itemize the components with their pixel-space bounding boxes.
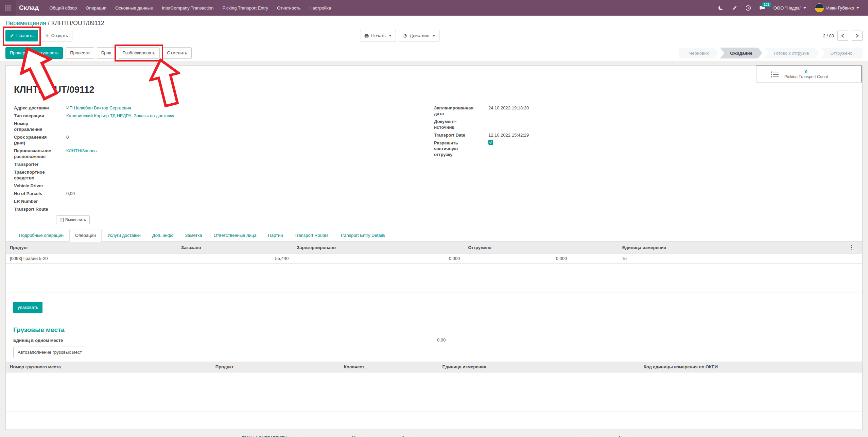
field-value-link[interactable]: ИП Нелюбин Виктор Сергеевич	[66, 105, 434, 111]
allow-partial-checkbox[interactable]	[488, 140, 493, 145]
compute-route-button[interactable]: Вычислить	[56, 215, 90, 224]
schedule-activity-button[interactable]: Планирование	[351, 436, 388, 437]
picking-transport-count-stat-button[interactable]: 0 Picking Transport Count	[756, 66, 862, 83]
edit-button[interactable]: Править	[5, 30, 38, 41]
chevron-down-icon	[856, 7, 859, 9]
field-label: Тип операции	[14, 113, 66, 119]
action-menu-button[interactable]: Действие	[399, 30, 439, 41]
plus-icon	[45, 34, 49, 38]
print-menu-button[interactable]: Печать	[360, 30, 396, 41]
clock-icon	[351, 436, 356, 437]
status-step-waiting[interactable]: Ожидание	[720, 48, 763, 58]
field-value-link[interactable]: Калининский Карьер ТД НЕДРА: Заказы на д…	[66, 113, 434, 119]
send-message-button[interactable]: EMAIL КОНТРАГЕНТУ	[242, 436, 287, 437]
packages-table: Номер грузового места Продукт Количест..…	[6, 362, 862, 412]
field-value: 0	[66, 134, 434, 146]
breadcrumb-parent-link[interactable]: Перемещения	[5, 20, 46, 27]
stat-button-label: Picking Transport Count	[784, 74, 828, 80]
dark-mode-toggle[interactable]	[714, 0, 728, 16]
field-lr-number: LR Number	[14, 198, 434, 204]
create-button[interactable]: Создать	[41, 30, 72, 41]
compose-button[interactable]	[728, 0, 741, 16]
chatter-topbar: EMAIL КОНТРАГЕНТУ Внутренняя заметка Пла…	[0, 430, 868, 437]
list-empty-space	[6, 275, 862, 293]
col-package-uom[interactable]: Единица измерения	[438, 362, 640, 372]
menu-overview[interactable]: Общий обзор	[45, 0, 81, 16]
field-label: Transport Route	[14, 206, 66, 212]
top-navbar: Склад Общий обзор Операции Основные данн…	[0, 0, 868, 16]
field-label: Transporter	[14, 161, 66, 167]
pack-button[interactable]: упаковать	[13, 302, 42, 313]
col-package-qty[interactable]: Количест...	[340, 362, 438, 372]
packages-section-title: Грузовые места	[13, 326, 862, 334]
operations-row[interactable]: [0093] Гравий 5-20 55,440 0,000 0,000 тн	[6, 254, 862, 264]
column-options-icon[interactable]: ⋮	[845, 242, 862, 254]
chevron-down-icon	[389, 35, 392, 37]
units-per-package-field: Единиц в одном месте 0,00	[6, 337, 862, 343]
signed-label: Подписан	[582, 436, 604, 437]
tab-note[interactable]: Заметка	[179, 229, 208, 242]
col-shipped[interactable]: Отгружено	[464, 242, 571, 254]
moon-icon	[718, 5, 724, 11]
status-step-ready[interactable]: Готово к отгрузке	[764, 48, 819, 58]
attachments-button[interactable]: 0	[400, 436, 409, 437]
menu-operations[interactable]: Операции	[81, 0, 111, 16]
col-package-number[interactable]: Номер грузового места	[6, 362, 211, 372]
followers-button[interactable]: 1	[618, 436, 626, 437]
cancel-button[interactable]: Отменить	[162, 47, 191, 59]
field-storage-days: Срок хранения (дни) 0	[14, 134, 434, 146]
pager-previous-button[interactable]	[837, 31, 848, 41]
field-value	[66, 183, 434, 189]
company-switcher[interactable]: ООО "Недра"	[769, 0, 811, 16]
chevron-left-icon	[841, 34, 845, 38]
col-product[interactable]: Продукт	[6, 242, 177, 254]
menu-intercompany-transaction[interactable]: InterCompany Transaction	[157, 0, 218, 16]
status-step-done[interactable]: Отгружено	[820, 48, 863, 58]
app-name[interactable]: Склад	[16, 0, 45, 16]
col-package-okei-code[interactable]: Код единицы измерения по ОКЕИ	[640, 362, 862, 372]
scrap-button[interactable]: Брак	[97, 47, 116, 59]
messages-count-badge: 102	[762, 2, 771, 7]
col-package-product[interactable]: Продукт	[211, 362, 340, 372]
printer-icon	[364, 34, 369, 38]
pager-next-button[interactable]	[852, 31, 863, 41]
menu-master-data[interactable]: Основные данные	[111, 0, 157, 16]
activities-button[interactable]	[742, 0, 755, 16]
apps-menu-button[interactable]	[0, 0, 16, 16]
menu-picking-transport-entry[interactable]: Picking Transport Entry	[218, 0, 273, 16]
check-availability-button[interactable]: Проверить доступность	[5, 47, 63, 59]
messages-button[interactable]: 102	[756, 0, 769, 16]
tab-operations[interactable]: Операции	[69, 229, 102, 242]
tab-transport-entry-details[interactable]: Transport Entry Details	[334, 229, 390, 242]
col-ordered[interactable]: Заказано	[177, 242, 293, 254]
paperclip-icon	[400, 436, 404, 437]
picking-transport-list-icon	[771, 71, 779, 78]
menu-reporting[interactable]: Отчетность	[273, 0, 305, 16]
status-step-draft[interactable]: Черновик	[679, 48, 719, 58]
autofill-packages-button[interactable]: Автозаполнение грузовых мест	[13, 347, 86, 358]
tab-lots[interactable]: Партии	[262, 229, 289, 242]
user-icon	[618, 436, 622, 437]
field-value	[66, 198, 434, 204]
tab-responsible-persons[interactable]: Ответственные лица	[208, 229, 262, 242]
list-empty-space	[6, 264, 862, 275]
field-label: Vehicle Driver	[14, 183, 66, 189]
tab-detailed-operations[interactable]: Подробные операции	[13, 229, 69, 242]
validate-button[interactable]: Провести	[66, 47, 94, 59]
user-menu[interactable]: Иван Губенко	[811, 0, 863, 16]
col-reserved[interactable]: Зарезервировано	[293, 242, 464, 254]
tab-delivery-services[interactable]: Услуги доставки	[102, 229, 146, 242]
field-vehicle-driver: Vehicle Driver	[14, 183, 434, 189]
col-uom[interactable]: Единица измерения	[618, 242, 798, 254]
menu-settings[interactable]: Настройка	[305, 0, 335, 16]
log-note-button[interactable]: Внутренняя заметка	[298, 436, 340, 437]
user-name: Иван Губенко	[826, 5, 854, 11]
tab-transport-routes[interactable]: Transport Routes	[289, 229, 334, 242]
field-label: Документ-источник	[434, 119, 488, 130]
field-label: Номер отправления	[14, 121, 66, 132]
field-value-link[interactable]: КЛНТН/Запасы	[66, 148, 434, 159]
field-label: Первоначальное расположение	[14, 148, 66, 159]
record-title: КЛНТН/OUT/09112	[6, 66, 862, 105]
unlock-button[interactable]: Разблокировать	[118, 47, 160, 59]
tab-additional-info[interactable]: Доп. инфо	[146, 229, 179, 242]
